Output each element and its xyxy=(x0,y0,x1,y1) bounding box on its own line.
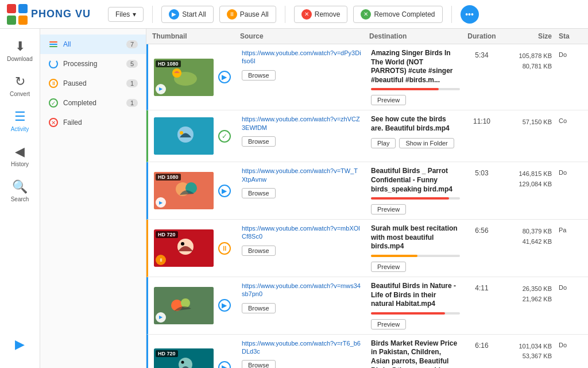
processing-badge: 5 xyxy=(126,60,138,68)
browse-button[interactable]: Browse xyxy=(242,360,276,368)
quality-badge: HD 720 xyxy=(156,350,178,357)
remove-icon: ✕ xyxy=(301,9,312,20)
sidebar-item-play[interactable]: ▶ xyxy=(15,332,25,356)
row-status-text-6: Do xyxy=(556,335,588,368)
progress-bar xyxy=(371,312,445,315)
row-dest-6: Birds Market Review Price in Pakistan, C… xyxy=(366,335,465,368)
history-icon: ◀ xyxy=(15,144,25,159)
pause-icon[interactable]: ⏸ xyxy=(156,255,166,265)
row-source-1: https://www.youtube.com/watch?v=dPy3Difs… xyxy=(237,44,366,110)
row-thumbnail-2: ✓ xyxy=(148,110,237,162)
row-size-2: 57,150 KB xyxy=(499,110,556,162)
play-icon[interactable]: ▶ xyxy=(156,84,166,94)
row-thumbnail-3: HD 1080 ▶ ▶ xyxy=(148,162,237,219)
paused-icon: ⏸ xyxy=(48,78,59,89)
preview-button[interactable]: Preview xyxy=(371,204,406,214)
files-button[interactable]: Files ▾ xyxy=(108,7,144,22)
failed-icon: ✕ xyxy=(48,117,59,128)
chevron-down-icon: ▾ xyxy=(133,10,136,18)
col-source: Source xyxy=(235,32,365,40)
row-size-6: 101,034 KB 53,367 KB xyxy=(499,335,556,368)
logo-icon xyxy=(7,4,28,25)
thumbnail-image: ▶ xyxy=(154,287,214,324)
svg-point-9 xyxy=(180,131,183,135)
processing-label: Processing xyxy=(63,60,97,68)
download-list: HD 1080 ▶ ▶ https://www.youtube.com/watc… xyxy=(146,44,588,368)
nav-item-all[interactable]: All 7 xyxy=(40,34,146,54)
sidebar-item-activity[interactable]: ☰ Activity xyxy=(0,105,40,137)
source-url: https://www.youtube.com/watch?v=rT6_b6DL… xyxy=(242,339,362,356)
play-button[interactable]: Play xyxy=(371,138,396,148)
preview-button[interactable]: Preview xyxy=(371,319,406,329)
play-icon: ▶ xyxy=(169,9,179,20)
download-label: Download xyxy=(7,56,32,62)
row-dest-1: Amazing Singer Birds In The World (NOT P… xyxy=(366,44,465,110)
dest-title: Surah mulk best recitation with most bea… xyxy=(371,224,460,251)
pause-all-button[interactable]: ⏸ Pause All xyxy=(219,6,276,23)
search-label: Search xyxy=(11,196,29,202)
status-icon: ▶ xyxy=(218,71,231,83)
content-area: Thumbnail Source Destination Duration Si… xyxy=(146,29,588,368)
row-dest-3: Beautiful Birds _ Parrot Confidential - … xyxy=(366,162,465,219)
sidebar-item-search[interactable]: 🔍 Search xyxy=(0,175,40,207)
paused-badge: 1 xyxy=(126,79,138,87)
svg-rect-2 xyxy=(7,16,16,25)
history-label: History xyxy=(11,161,29,167)
show-in-folder-button[interactable]: Show in Folder xyxy=(399,138,454,148)
row-dest-4: Surah mulk best recitation with most bea… xyxy=(366,220,465,277)
dest-title: Amazing Singer Birds In The World (NOT P… xyxy=(371,49,460,85)
status-icon: ✓ xyxy=(218,130,231,143)
svg-point-15 xyxy=(181,242,184,246)
nav-item-completed[interactable]: ✓ Completed 1 xyxy=(40,93,146,113)
main-layout: ⬇ Download ↻ Convert ☰ Activity ◀ Histor… xyxy=(0,29,588,368)
processing-icon xyxy=(48,59,59,69)
quality-badge: HD 1080 xyxy=(156,60,181,67)
failed-label: Failed xyxy=(63,118,82,126)
table-row: HD 720 ⏸ ⏸ https://www.youtube.com/watch… xyxy=(146,220,588,277)
svg-rect-3 xyxy=(18,16,28,25)
browse-button[interactable]: Browse xyxy=(242,136,276,147)
row-size-5: 26,350 KB 21,962 KB xyxy=(499,277,556,334)
nav-panel: All 7 Processing 5 ⏸ Paused 1 ✓ Complete… xyxy=(40,29,146,368)
preview-button[interactable]: Preview xyxy=(371,95,406,105)
browse-button[interactable]: Browse xyxy=(242,303,276,313)
remove-completed-button[interactable]: ✕ Remove Completed xyxy=(353,6,442,23)
dest-title: Beautiful Birds in Nature - Life of Bird… xyxy=(371,282,460,309)
row-size-3: 146,815 KB 129,084 KB xyxy=(499,162,556,219)
preview-button[interactable]: Preview xyxy=(371,262,406,272)
source-url: https://www.youtube.com/watch?v=mbXOlCf8… xyxy=(242,224,362,241)
dest-title: Birds Market Review Price in Pakistan, C… xyxy=(371,339,460,368)
table-row: HD 1080 ▶ ▶ https://www.youtube.com/watc… xyxy=(146,162,588,220)
row-status-text-4: Pa xyxy=(556,220,588,277)
completed-badge: 1 xyxy=(126,99,138,107)
quality-badge: HD 1080 xyxy=(156,174,181,181)
progress-bar-wrap xyxy=(371,197,460,200)
completed-label: Completed xyxy=(63,99,96,107)
download-icon: ⬇ xyxy=(15,39,25,54)
progress-bar-wrap xyxy=(371,312,460,315)
progress-bar xyxy=(371,255,417,257)
browse-button[interactable]: Browse xyxy=(242,70,276,80)
row-status-text-3: Do xyxy=(556,162,588,219)
remove-button[interactable]: ✕ Remove xyxy=(294,6,348,23)
col-thumbnail: Thumbnail xyxy=(146,32,235,40)
svg-point-21 xyxy=(181,361,184,364)
convert-label: Convert xyxy=(10,91,30,97)
row-duration-5: 4:11 xyxy=(465,277,499,334)
more-options-button[interactable]: ••• xyxy=(461,5,479,24)
nav-item-paused[interactable]: ⏸ Paused 1 xyxy=(40,74,146,93)
browse-button[interactable]: Browse xyxy=(242,246,276,256)
row-size-1: 105,878 KB 80,781 KB xyxy=(499,44,556,110)
nav-item-failed[interactable]: ✕ Failed xyxy=(40,113,146,132)
nav-item-processing[interactable]: Processing 5 xyxy=(40,54,146,74)
browse-button[interactable]: Browse xyxy=(242,188,276,198)
row-source-3: https://www.youtube.com/watch?v=TW_TXtpA… xyxy=(237,162,366,219)
start-all-button[interactable]: ▶ Start All xyxy=(161,6,213,23)
sidebar-item-history[interactable]: ◀ History xyxy=(0,140,40,172)
play-icon[interactable]: ▶ xyxy=(156,312,166,323)
pause-all-label: Pause All xyxy=(240,10,269,18)
col-duration: Duration xyxy=(465,32,499,40)
sidebar-item-convert[interactable]: ↻ Convert xyxy=(0,70,40,102)
pause-icon: ⏸ xyxy=(227,9,237,20)
sidebar-item-download[interactable]: ⬇ Download xyxy=(0,34,40,67)
